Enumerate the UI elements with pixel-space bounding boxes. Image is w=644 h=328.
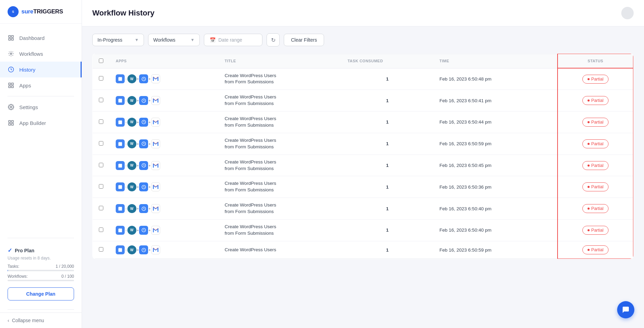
status-filter[interactable]: In-Progress ▼: [92, 34, 144, 46]
gmail-app-icon: [151, 204, 160, 213]
row-checkbox[interactable]: [99, 141, 103, 146]
chat-button[interactable]: [617, 301, 634, 318]
gmail-app-icon: [151, 182, 160, 191]
select-all-checkbox[interactable]: [99, 59, 103, 63]
plus-icon: +: [137, 77, 139, 81]
row-checkbox[interactable]: [99, 119, 103, 124]
row-checkbox[interactable]: [99, 98, 103, 102]
status-badge: Partial: [582, 118, 609, 127]
row-checkbox[interactable]: [99, 184, 103, 189]
status-dot: [588, 229, 590, 231]
date-range-filter[interactable]: 📅 Date range: [204, 34, 262, 46]
arrow-icon: ›: [125, 120, 127, 124]
status-badge: Partial: [582, 182, 609, 191]
task-consumed-cell: 1: [341, 90, 433, 112]
gmail-app-icon: [151, 161, 160, 170]
refresh-button[interactable]: ↻: [267, 33, 280, 46]
status-badge: Partial: [582, 75, 609, 84]
date-range-label: Date range: [218, 37, 242, 43]
sidebar-item-history-label: History: [19, 67, 35, 73]
gmail-app-icon: [151, 74, 160, 83]
apps-cell: › W + +: [110, 155, 218, 176]
status-cell: Partial: [558, 176, 633, 198]
wordpress-app-icon: W: [127, 161, 136, 170]
clear-filters-button[interactable]: Clear Filters: [284, 34, 324, 46]
svg-rect-13: [9, 120, 10, 122]
clock-app-icon: [139, 245, 148, 254]
table-row[interactable]: › W + + Create WordPress Users from Form…: [93, 219, 634, 241]
arrow-icon: ›: [125, 98, 127, 103]
svg-point-12: [10, 106, 12, 108]
plus-icon: +: [137, 185, 139, 189]
row-checkbox[interactable]: [99, 228, 103, 232]
table-row[interactable]: › W + + Create WordPress Users from Form…: [93, 68, 634, 90]
svg-rect-57: [118, 248, 122, 252]
sidebar-item-history[interactable]: History: [0, 62, 82, 77]
apps-column-header: APPS: [110, 54, 218, 68]
title-cell: Create WordPress Users from Form Submiss…: [218, 68, 341, 90]
svg-rect-8: [9, 83, 10, 85]
plus-icon: +: [137, 228, 139, 232]
clock-app-icon: [139, 139, 148, 148]
arrow-icon: ›: [125, 142, 127, 146]
logo-icon: S: [8, 6, 19, 17]
row-checkbox[interactable]: [99, 206, 103, 210]
sidebar-item-workflows[interactable]: Workflows: [0, 46, 82, 62]
status-filter-chevron-icon: ▼: [135, 38, 139, 42]
clock-app-icon: [139, 118, 148, 127]
avatar: [621, 7, 634, 19]
time-cell: Feb 16, 2023 6:50:40 pm: [433, 198, 558, 220]
nav-divider: [8, 96, 74, 96]
sidebar-item-app-builder[interactable]: App Builder: [0, 115, 82, 131]
task-consumed-cell: 1: [341, 155, 433, 176]
calendar-app-icon: [116, 74, 125, 83]
task-consumed-cell: 1: [341, 133, 433, 155]
task-consumed-cell: 1: [341, 241, 433, 259]
row-checkbox[interactable]: [99, 163, 103, 167]
collapse-menu-button[interactable]: ‹ Collapse menu: [0, 313, 82, 328]
status-cell: Partial: [558, 90, 633, 112]
table-row[interactable]: › W + + Create WordPress Users from Form…: [93, 176, 634, 198]
tasks-row: Tasks: 1 / 20,000: [8, 264, 74, 269]
status-filter-value: In-Progress: [97, 37, 122, 43]
calendar-app-icon: [116, 118, 125, 127]
status-badge: Partial: [582, 161, 609, 170]
table-row[interactable]: › W + + Create WordPress Users from Form…: [93, 112, 634, 133]
apps-cell: › W + +: [110, 133, 218, 155]
app-icons-group: › W + +: [116, 204, 212, 213]
sidebar-item-dashboard[interactable]: Dashboard: [0, 30, 82, 46]
app-icons-group: › W + +: [116, 245, 212, 254]
sidebar-item-apps[interactable]: Apps: [0, 77, 82, 93]
svg-rect-47: [118, 207, 122, 211]
refresh-icon: ↻: [271, 37, 276, 43]
plus-icon-2: +: [148, 228, 150, 232]
sidebar-item-settings[interactable]: Settings: [0, 99, 82, 115]
row-checkbox-cell: [93, 198, 110, 220]
change-plan-button[interactable]: Change Plan: [8, 287, 74, 300]
time-cell: Feb 16, 2023 6:50:40 pm: [433, 219, 558, 241]
task-consumed-cell: 1: [341, 219, 433, 241]
table-row[interactable]: › W + + Create WordPress Users from Form…: [93, 198, 634, 220]
bottom-divider: [8, 238, 74, 238]
sidebar: S sureTRIGGERS Dashboard Workflows Histo…: [0, 0, 82, 328]
row-checkbox[interactable]: [99, 76, 103, 81]
plus-icon: +: [137, 120, 139, 124]
plus-icon-2: +: [148, 207, 150, 211]
title-column-header: TITLE: [218, 54, 341, 68]
apps-cell: › W + +: [110, 241, 218, 259]
workflow-filter[interactable]: Workflows ▼: [148, 34, 200, 46]
time-cell: Feb 16, 2023 6:50:41 pm: [433, 90, 558, 112]
clock-app-icon: [139, 182, 148, 191]
workflows-value: 0 / 100: [61, 274, 74, 279]
row-checkbox[interactable]: [99, 247, 103, 252]
table-row[interactable]: › W + + Create WordPress Users from Form…: [93, 90, 634, 112]
table-row[interactable]: › W + + Create WordPress Users from Form…: [93, 155, 634, 176]
clock-app-icon: [139, 226, 148, 235]
table-row[interactable]: › W + + Create WordPress Users from Form…: [93, 133, 634, 155]
app-icons-group: › W + +: [116, 182, 212, 191]
table-row[interactable]: › W + + Create WordPress Users1Feb 16, 2…: [93, 241, 634, 259]
wordpress-app-icon: W: [127, 139, 136, 148]
task-consumed-cell: 1: [341, 112, 433, 133]
plan-header: ✓ Pro Plan: [8, 247, 74, 254]
settings-icon: [8, 104, 14, 110]
